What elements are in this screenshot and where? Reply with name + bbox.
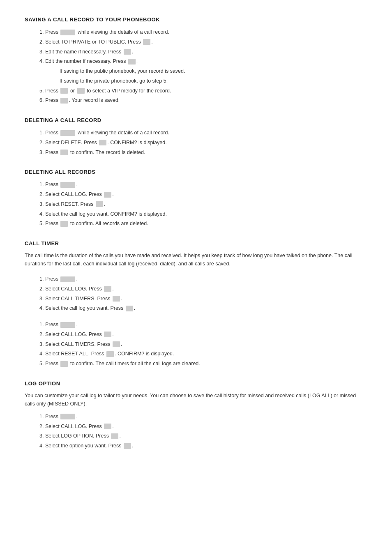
button-placeholder <box>60 322 75 328</box>
list-item: Press or to select a VIP melody for the … <box>45 86 367 96</box>
button-placeholder <box>104 286 111 292</box>
button-placeholder <box>106 351 114 357</box>
section-deleting-call-record: DELETING A CALL RECORD Press while viewi… <box>25 117 367 157</box>
list-item: Select the option you want. Press . <box>45 441 367 451</box>
list-item: Select CALL TIMERS. Press . <box>45 294 367 304</box>
list-item: Press . <box>45 180 367 190</box>
list-item: Select RESET ALL. Press . CONFIRM? is di… <box>45 349 367 359</box>
button-placeholder <box>60 361 68 367</box>
button-placeholder <box>104 192 111 198</box>
list-item: Select CALL LOG. Press . <box>45 284 367 294</box>
section-title-deleting-all: DELETING ALL RECORDS <box>25 169 367 175</box>
sub-line: If saving to the public phonebook, your … <box>45 68 185 84</box>
button-placeholder <box>60 88 68 94</box>
list-item: Press . Your record is saved. <box>45 96 367 106</box>
steps-list-saving: Press while viewing the details of a cal… <box>25 28 367 106</box>
button-placeholder <box>126 306 133 311</box>
button-placeholder <box>60 30 75 35</box>
list-item: Select the call log you want. Press . <box>45 304 367 313</box>
button-placeholder <box>96 201 103 207</box>
list-item: Press while viewing the details of a cal… <box>45 128 367 138</box>
list-item: Press . <box>45 412 367 422</box>
section-call-timer: CALL TIMER The call time is the duration… <box>25 240 367 369</box>
list-item: Press while viewing the details of a cal… <box>45 28 367 37</box>
button-placeholder <box>113 296 120 302</box>
steps-list-log-option: Press . Select CALL LOG. Press . Select … <box>25 412 367 451</box>
list-item: Select CALL TIMERS. Press . <box>45 340 367 350</box>
section-desc-call-timer: The call time is the duration of the cal… <box>25 251 367 268</box>
list-item: Select RESET. Press . <box>45 200 367 210</box>
section-title-saving: SAVING A CALL RECORD TO YOUR PHONEBOOK <box>25 16 367 23</box>
section-title-log-option: LOG OPTION <box>25 380 367 387</box>
list-item: Select CALL LOG. Press . <box>45 330 367 340</box>
list-item: Select DELETE. Press . CONFIRM? is displ… <box>45 138 367 148</box>
button-placeholder <box>124 443 131 449</box>
button-placeholder <box>113 341 120 347</box>
list-item: Press . <box>45 274 367 284</box>
section-title-call-timer: CALL TIMER <box>25 240 367 246</box>
list-item: Select LOG OPTION. Press . <box>45 431 367 441</box>
list-item: Press to confirm. The record is deleted. <box>45 148 367 158</box>
button-placeholder <box>60 276 75 282</box>
list-item: Edit the number if necessary. Press . If… <box>45 57 367 86</box>
steps-list-call-timer-2: Press . Select CALL LOG. Press . Select … <box>25 320 367 369</box>
button-placeholder <box>128 59 136 64</box>
section-title-deleting: DELETING A CALL RECORD <box>25 117 367 123</box>
section-deleting-all-records: DELETING ALL RECORDS Press . Select CALL… <box>25 169 367 229</box>
button-placeholder <box>143 39 150 45</box>
button-placeholder <box>60 130 75 136</box>
section-log-option: LOG OPTION You can customize your call l… <box>25 380 367 451</box>
section-saving-call-record: SAVING A CALL RECORD TO YOUR PHONEBOOK P… <box>25 16 367 106</box>
button-placeholder <box>104 332 111 337</box>
steps-list-deleting: Press while viewing the details of a cal… <box>25 128 367 157</box>
list-item: Edit the name if necessary. Press . <box>45 47 367 57</box>
list-item: Select the call log you want. CONFIRM? i… <box>45 210 367 219</box>
list-item: Select TO PRIVATE or TO PUBLIC. Press . <box>45 37 367 47</box>
steps-list-deleting-all: Press . Select CALL LOG. Press . Select … <box>25 180 367 229</box>
button-placeholder <box>60 98 68 104</box>
button-placeholder <box>111 433 118 439</box>
list-item: Press to confirm. All records are delete… <box>45 219 367 229</box>
list-item: Select CALL LOG. Press . <box>45 422 367 432</box>
section-desc-log-option: You can customize your call log to tailo… <box>25 391 367 408</box>
button-placeholder <box>104 424 111 429</box>
list-item: Select CALL LOG. Press . <box>45 190 367 200</box>
button-placeholder <box>60 150 68 155</box>
button-placeholder <box>60 414 75 419</box>
steps-list-call-timer-1: Press . Select CALL LOG. Press . Select … <box>25 274 367 313</box>
button-placeholder <box>77 88 85 94</box>
button-placeholder <box>124 49 131 55</box>
list-item: Press . <box>45 320 367 330</box>
button-placeholder <box>60 182 75 188</box>
list-item: Press to confirm. The call timers for al… <box>45 359 367 369</box>
button-placeholder <box>99 140 106 145</box>
button-placeholder <box>60 221 68 227</box>
